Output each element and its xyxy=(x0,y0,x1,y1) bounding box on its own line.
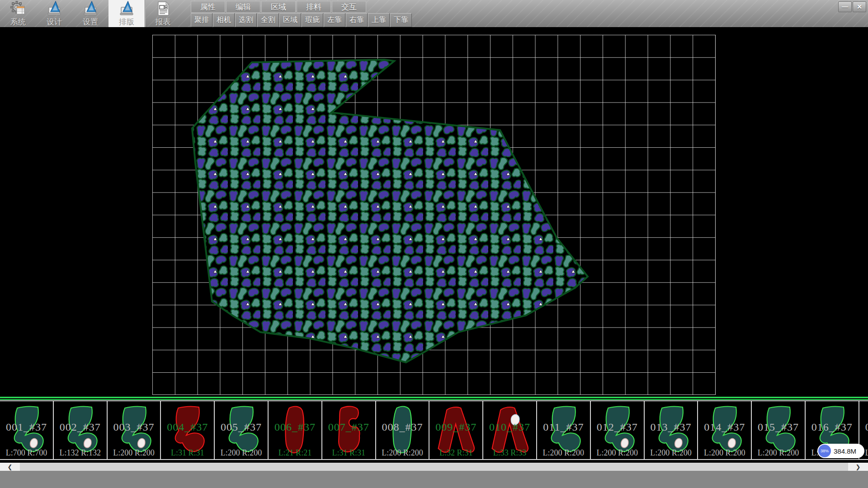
nav-tab-layout[interactable]: 排版 xyxy=(108,0,145,27)
menu-item-label: 属性 xyxy=(200,2,216,12)
tool-button-label: 右靠 xyxy=(349,15,364,25)
thumbnail-cell[interactable]: 003_#37 L:200 R:200 xyxy=(108,401,161,459)
piece-id-label: 005_#37 xyxy=(215,421,268,433)
piece-lr-count: L:200 R:200 xyxy=(645,448,698,458)
tool-region[interactable]: 区域 xyxy=(279,13,301,27)
tool-snap-top[interactable]: 上靠 xyxy=(368,13,390,27)
piece-id-label: 011_#37 xyxy=(537,421,590,433)
piece-lr-count: L:32 R:31 xyxy=(429,448,482,458)
thumbnail-cell[interactable]: 009_#37 L:32 R:31 xyxy=(429,401,483,459)
strip-separator xyxy=(0,397,868,400)
menu-item-properties[interactable]: 属性 xyxy=(191,1,225,13)
piece-id-label: 016_#37 xyxy=(806,421,859,433)
horizontal-scrollbar[interactable]: ❮ ❯ xyxy=(0,463,868,471)
thumbnail-cell[interactable]: 007_#37 L:31 R:31 xyxy=(322,401,376,459)
piece-id-label: 010_#37 xyxy=(483,421,536,433)
nav-tab-design[interactable]: 设计 xyxy=(36,0,72,27)
nav-tab-system[interactable]: 系统 xyxy=(0,0,36,27)
piece-lr-count: L:31 R:31 xyxy=(161,448,214,458)
piece-lr-count: L:200 R:200 xyxy=(376,448,429,458)
window-controls: — ✕ xyxy=(838,1,866,12)
tool-button-label: 左靠 xyxy=(327,15,342,25)
piece-lr-count: L:21 R:21 xyxy=(269,448,321,458)
piece-thumbnail-strip: 001_#37 L:700 R:700 002_#37 L:132 R:132 … xyxy=(0,400,868,460)
tool-button-label: 上靠 xyxy=(372,15,386,25)
piece-lr-count: L:200 R:200 xyxy=(752,448,805,458)
piece-id-label: 014_#37 xyxy=(698,421,751,433)
piece-id-label: 015_#37 xyxy=(752,421,805,433)
top-toolbar: 系统 设计 设置 排版 报表 xyxy=(0,0,868,27)
memory-usage-label: 384.8M xyxy=(834,447,856,455)
module-tab-label: 系统 xyxy=(10,17,26,27)
tool-defect[interactable]: 瑕疵 xyxy=(302,13,323,27)
tool-cut-selected[interactable]: 选割 xyxy=(235,13,257,27)
close-button[interactable]: ✕ xyxy=(853,1,866,12)
thumbnail-cell[interactable]: 012_#37 L:200 R:200 xyxy=(591,401,645,459)
piece-id-label: 017_#37 xyxy=(859,421,868,433)
report-icon xyxy=(156,1,171,16)
piece-id-label: 012_#37 xyxy=(591,421,644,433)
tool-camera[interactable]: 相机 xyxy=(213,13,235,27)
piece-lr-count: L:132 R:132 xyxy=(54,448,107,458)
tool-snap-right[interactable]: 右靠 xyxy=(346,13,368,27)
piece-id-label: 003_#37 xyxy=(108,421,160,433)
thumbnail-cell[interactable]: 015_#37 L:200 R:200 xyxy=(752,401,806,459)
nesting-canvas[interactable] xyxy=(0,27,868,397)
tool-cluster-nest[interactable]: 聚排 xyxy=(191,13,212,27)
ruler-laptop-icon xyxy=(83,1,98,16)
thumbnail-cell[interactable]: 001_#37 L:700 R:700 xyxy=(0,401,54,459)
menu-item-label: 排料 xyxy=(306,2,321,12)
piece-lr-count: L:200 R:200 xyxy=(698,448,751,458)
tool-button-label: 选割 xyxy=(239,15,253,25)
thumbnail-cell[interactable]: 006_#37 L:21 R:21 xyxy=(269,401,322,459)
thumbnail-cell[interactable]: 010_#37 L:33 R:33 xyxy=(483,401,537,459)
ruler-laptop-icon xyxy=(47,1,62,16)
tool-bar: 聚排 相机 选割 全割 区域 瑕疵 xyxy=(191,13,412,27)
piece-lr-count: L:200 R:200 xyxy=(591,448,644,458)
menu-item-nesting[interactable]: 排料 xyxy=(297,1,331,13)
thumbnail-cell[interactable]: 008_#37 L:200 R:200 xyxy=(376,401,430,459)
menu-item-edit[interactable]: 编辑 xyxy=(226,1,260,13)
status-badge: 38% 384.8M xyxy=(817,444,864,458)
scroll-right-button[interactable]: ❯ xyxy=(848,463,868,471)
module-tab-label: 排版 xyxy=(119,17,134,27)
tool-snap-left[interactable]: 左靠 xyxy=(324,13,345,27)
gear-icon xyxy=(10,1,26,16)
piece-id-label: 006_#37 xyxy=(269,421,321,433)
tool-cut-all[interactable]: 全割 xyxy=(257,13,279,27)
scroll-left-button[interactable]: ❮ xyxy=(0,463,20,471)
progress-percent-badge: 38% xyxy=(818,445,831,457)
leather-hide[interactable] xyxy=(0,27,868,397)
tool-button-label: 相机 xyxy=(217,15,231,25)
piece-lr-count: L:31 R:31 xyxy=(322,448,375,458)
thumbnail-cell[interactable]: 011_#37 L:200 R:200 xyxy=(537,401,591,459)
application-window: 系统 设计 设置 排版 报表 xyxy=(0,0,868,488)
piece-lr-count: L:200 R:200 xyxy=(537,448,590,458)
piece-lr-count: L:33 R:33 xyxy=(483,448,536,458)
thumbnail-cell[interactable]: 013_#37 L:200 R:200 xyxy=(645,401,698,459)
menu-item-region[interactable]: 区域 xyxy=(261,1,296,13)
menu-item-label: 区域 xyxy=(271,2,286,12)
thumbnail-cell[interactable]: 005_#37 L:200 R:200 xyxy=(215,401,269,459)
nav-tab-report[interactable]: 报表 xyxy=(145,0,181,27)
minimize-button[interactable]: — xyxy=(838,1,852,12)
module-tab-bar: 系统 设计 设置 排版 报表 xyxy=(0,0,181,27)
piece-id-label: 007_#37 xyxy=(322,421,375,433)
module-tab-label: 设置 xyxy=(83,17,98,27)
tool-snap-bottom[interactable]: 下靠 xyxy=(390,13,412,27)
ruler-laptop-icon xyxy=(119,1,134,16)
tool-button-label: 瑕疵 xyxy=(305,15,320,25)
menu-item-label: 编辑 xyxy=(236,2,251,12)
piece-id-label: 008_#37 xyxy=(376,421,429,433)
menu-item-interactive[interactable]: 交互 xyxy=(332,1,366,13)
nav-tab-settings[interactable]: 设置 xyxy=(72,0,108,27)
piece-lr-count: L:200 R:200 xyxy=(108,448,160,458)
thumbnail-cell[interactable]: 004_#37 L:31 R:31 xyxy=(161,401,215,459)
piece-lr-count: L:700 R:700 xyxy=(0,448,53,458)
tool-button-label: 下靠 xyxy=(394,15,408,25)
scrollbar-thumb[interactable] xyxy=(20,463,848,471)
thumbnail-cell[interactable]: 014_#37 L:200 R:200 xyxy=(698,401,752,459)
thumbnail-cell[interactable]: 002_#37 L:132 R:132 xyxy=(54,401,108,459)
module-tab-label: 报表 xyxy=(156,17,171,27)
tool-button-label: 区域 xyxy=(283,15,297,25)
